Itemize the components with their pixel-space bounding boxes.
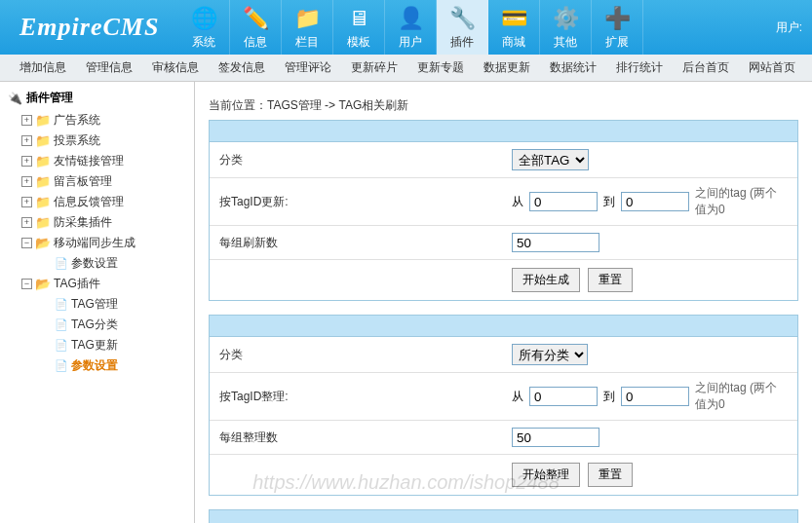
input-to[interactable] [621,192,689,211]
note: 之间的tag (两个值为0 [695,185,788,218]
submenu-manage-info[interactable]: 管理信息 [86,59,133,76]
nav-column[interactable]: 📁栏目 [282,0,333,55]
form-sync: 分类所有分类 按TagID检查:从到之间的tag (两个值为0 开始同步重置 [209,509,798,523]
generate-button[interactable]: 开始生成 [512,268,580,292]
tree-mobile[interactable]: −📂移动端同步生成 [8,233,186,253]
organize-button[interactable]: 开始整理 [512,463,580,487]
folder-open-icon: 📂 [35,277,51,291]
folder-icon: 📁 [35,113,51,128]
form-header [210,510,797,523]
edit-icon: ✏️ [242,5,269,32]
user-icon: 👤 [397,5,424,32]
tree-tag-update[interactable]: 📄TAG更新 [8,335,186,355]
submenu-stats[interactable]: 数据统计 [550,59,597,76]
folder-icon: 📁 [35,154,51,168]
file-icon: 📄 [55,339,68,352]
file-icon: 📄 [55,257,68,270]
submenu-rank[interactable]: 排行统计 [616,59,663,76]
submenu-data-update[interactable]: 数据更新 [483,59,530,76]
select-category[interactable]: 所有分类 [512,344,588,365]
input-from[interactable] [529,192,598,211]
plugin-icon: 🔌 [8,92,22,105]
label-count: 每组刷新数 [219,235,512,251]
form-generate: 分类全部TAG 按TagID更新:从到之间的tag (两个值为0 每组刷新数 开… [209,120,798,301]
sidebar: 🔌 插件管理 +📁广告系统 +📁投票系统 +📁友情链接管理 +📁留言板管理 +📁… [0,82,195,523]
input-count[interactable] [512,233,599,252]
expand-icon[interactable]: + [21,217,32,228]
label-category: 分类 [219,152,512,168]
submenu-site-home[interactable]: 网站首页 [749,59,795,76]
tree-feedback[interactable]: +📁信息反馈管理 [8,192,186,212]
expand-icon[interactable]: + [21,115,32,126]
expand-icon[interactable]: + [21,156,32,167]
tree-tag-manage[interactable]: 📄TAG管理 [8,294,186,315]
form-header [210,121,797,142]
logo: EmpireCMS [0,13,178,42]
note: 之间的tag (两个值为0 [695,380,788,413]
plus-icon: ➕ [603,5,631,32]
collapse-icon[interactable]: − [21,279,32,289]
globe-icon: 🌐 [190,5,217,32]
tree-tag-param[interactable]: 📄参数设置 [8,355,186,376]
nav-system[interactable]: 🌐系统 [178,0,230,55]
submenu: 增加信息 管理信息 审核信息 签发信息 管理评论 更新碎片 更新专题 数据更新 … [0,55,812,82]
tree-board[interactable]: +📁留言板管理 [8,171,186,192]
folder-icon: 📁 [293,5,321,32]
nav-info[interactable]: ✏️信息 [230,0,282,55]
tree-tag-category[interactable]: 📄TAG分类 [8,315,186,335]
breadcrumb: 当前位置：TAGS管理 -> TAG相关刷新 [209,92,798,120]
label-tagid: 按TagID整理: [219,389,512,405]
submenu-audit[interactable]: 审核信息 [152,59,199,76]
main-nav: 🌐系统 ✏️信息 📁栏目 🖥模板 👤用户 🔧插件 💳商城 ⚙️其他 ➕扩展 [178,0,643,55]
nav-shop[interactable]: 💳商城 [488,0,540,55]
expand-icon[interactable]: + [21,197,32,207]
tree-anticrawl[interactable]: +📁防采集插件 [8,212,186,233]
folder-icon: 📁 [35,215,51,230]
folder-open-icon: 📂 [35,236,51,250]
label-category: 分类 [219,347,512,363]
nav-other[interactable]: ⚙️其他 [540,0,592,55]
select-category[interactable]: 全部TAG [512,149,589,170]
nav-plugin[interactable]: 🔧插件 [437,0,488,55]
tree-ad[interactable]: +📁广告系统 [8,110,186,131]
input-to[interactable] [621,387,689,406]
form-header [210,316,797,337]
reset-button[interactable]: 重置 [588,268,633,292]
nav-extend[interactable]: ➕扩展 [592,0,643,55]
monitor-icon: 🖥 [345,5,372,32]
folder-icon: 📁 [35,195,51,209]
nav-template[interactable]: 🖥模板 [333,0,385,55]
expand-icon[interactable]: + [21,176,32,187]
sidebar-title: 🔌 插件管理 [8,90,186,106]
folder-icon: 📁 [35,174,51,189]
submenu-sign[interactable]: 签发信息 [218,59,265,76]
input-from[interactable] [529,387,598,406]
submenu-add-info[interactable]: 增加信息 [19,59,66,76]
header: EmpireCMS 🌐系统 ✏️信息 📁栏目 🖥模板 👤用户 🔧插件 💳商城 ⚙… [0,0,812,55]
tool-icon: 🔧 [448,5,476,32]
file-icon: 📄 [55,298,68,311]
submenu-fragment[interactable]: 更新碎片 [351,59,398,76]
submenu-topic[interactable]: 更新专题 [417,59,464,76]
input-count[interactable] [512,428,599,447]
submenu-comment[interactable]: 管理评论 [285,59,331,76]
nav-user[interactable]: 👤用户 [385,0,437,55]
collapse-icon[interactable]: − [21,238,32,248]
expand-icon[interactable]: + [21,135,32,146]
folder-icon: 📁 [35,133,51,148]
submenu-backend-home[interactable]: 后台首页 [682,59,729,76]
tree-tag[interactable]: −📂TAG插件 [8,274,186,294]
label-tagid: 按TagID更新: [219,194,512,210]
file-icon: 📄 [55,359,68,372]
card-icon: 💳 [500,5,527,32]
gear-icon: ⚙️ [552,5,579,32]
user-area: 用户: [776,19,812,36]
tree-link[interactable]: +📁友情链接管理 [8,151,186,171]
label-count: 每组整理数 [219,430,512,446]
form-organize: 分类所有分类 按TagID整理:从到之间的tag (两个值为0 每组整理数 开始… [209,315,798,496]
tree-vote[interactable]: +📁投票系统 [8,131,186,151]
reset-button[interactable]: 重置 [588,463,633,487]
content: 当前位置：TAGS管理 -> TAG相关刷新 分类全部TAG 按TagID更新:… [195,82,812,523]
tree-mobile-param[interactable]: 📄参数设置 [8,253,186,274]
file-icon: 📄 [55,318,68,331]
